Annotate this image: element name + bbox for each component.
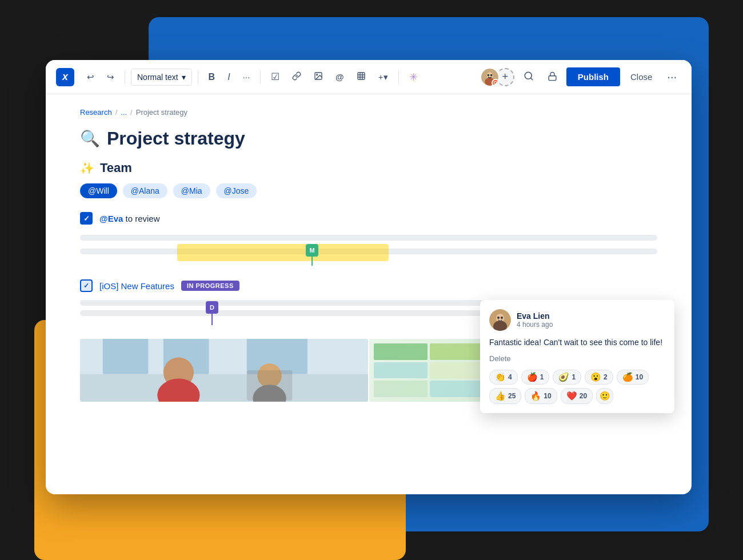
- team-section-label: Team: [100, 161, 132, 175]
- insert-icon: +▾: [378, 72, 388, 82]
- svg-rect-2: [358, 73, 365, 79]
- page-title: 🔍 Project strategy: [80, 128, 657, 149]
- ios-task-link[interactable]: [iOS] New Features: [99, 281, 174, 291]
- sticky-note-2: [430, 343, 484, 360]
- divider-2: [198, 70, 198, 84]
- member-will[interactable]: @Will: [80, 183, 117, 198]
- page-title-text[interactable]: Project strategy: [107, 128, 245, 149]
- reaction-surprised[interactable]: 😮 2: [585, 370, 613, 385]
- close-button[interactable]: Close: [625, 69, 658, 85]
- logo[interactable]: x: [56, 68, 74, 86]
- heart-emoji: ❤️: [566, 391, 577, 401]
- comment-user-avatar: [489, 309, 511, 331]
- breadcrumb: Research / ... / Project strategy: [80, 108, 657, 117]
- table-button[interactable]: [352, 68, 370, 86]
- more-options-button[interactable]: ···: [662, 68, 681, 86]
- sticky-note-6: [374, 362, 428, 379]
- text-style-dropdown[interactable]: Normal text ▾: [131, 69, 192, 86]
- link-button[interactable]: [287, 68, 306, 86]
- svg-rect-17: [103, 339, 149, 374]
- member-mia[interactable]: @Mia: [173, 183, 210, 198]
- clap-emoji: 👏: [495, 372, 506, 382]
- timeline-bg-row1: [80, 235, 657, 241]
- reaction-orange[interactable]: 🍊 10: [617, 370, 649, 385]
- clap-count: 4: [508, 373, 512, 381]
- undo-button[interactable]: ↩: [82, 69, 99, 86]
- task-checkbox-1[interactable]: [80, 212, 93, 225]
- task-suffix: to review: [123, 214, 159, 223]
- italic-icon: I: [227, 72, 230, 82]
- surprised-emoji: 😮: [590, 372, 601, 382]
- ios-task-checkbox[interactable]: [80, 279, 93, 292]
- comment-author-name: Eva Lien: [517, 311, 553, 321]
- add-reaction-button[interactable]: 🙂: [596, 388, 613, 404]
- fire-count: 10: [544, 392, 551, 400]
- add-reaction-icon: 🙂: [600, 391, 610, 401]
- team-heading: ✨ Team: [80, 161, 657, 175]
- more-options-icon: ···: [667, 70, 677, 83]
- svg-point-1: [317, 74, 318, 75]
- reaction-thumbsup[interactable]: 👍 25: [489, 388, 521, 404]
- task-mention-eva[interactable]: @Eva: [99, 214, 123, 223]
- task-row-1: @Eva to review: [80, 212, 657, 225]
- checkbox-button[interactable]: ☑: [266, 67, 284, 86]
- ai-sparkle-icon: ✳: [409, 71, 418, 83]
- sticky-note-12: [430, 381, 484, 397]
- svg-rect-24: [247, 370, 293, 401]
- sticky-note-1: [374, 343, 428, 360]
- mention-button[interactable]: @: [331, 69, 349, 85]
- more-format-icon: ···: [243, 72, 250, 82]
- user-avatar[interactable]: G: [480, 67, 500, 87]
- search-button[interactable]: [519, 67, 538, 86]
- insert-button[interactable]: +▾: [374, 69, 393, 86]
- fire-emoji: 🔥: [530, 391, 541, 401]
- breadcrumb-sep1: /: [115, 108, 118, 117]
- italic-button[interactable]: I: [223, 69, 234, 86]
- bold-icon: B: [209, 72, 215, 82]
- reaction-clap[interactable]: 👏 4: [489, 370, 518, 385]
- text-style-label: Normal text: [137, 73, 178, 82]
- breadcrumb-ellipsis[interactable]: ...: [121, 108, 127, 117]
- reaction-apple[interactable]: 🍎 1: [521, 370, 550, 385]
- redo-button[interactable]: ↪: [102, 69, 119, 86]
- checkbox-icon: ☑: [271, 71, 279, 83]
- image-button[interactable]: [309, 68, 327, 86]
- divider-3: [260, 70, 261, 84]
- breadcrumb-root[interactable]: Research: [80, 108, 112, 117]
- comment-delete-button[interactable]: Delete: [489, 354, 665, 363]
- member-jose[interactable]: @Jose: [216, 183, 257, 198]
- confluence-logo[interactable]: x: [56, 68, 74, 86]
- thumbsup-count: 25: [508, 392, 516, 400]
- reaction-fire[interactable]: 🔥 10: [525, 388, 557, 404]
- chevron-down-icon: ▾: [182, 73, 186, 82]
- comment-timestamp: 4 hours ago: [517, 321, 553, 329]
- sticky-note-7: [430, 362, 484, 379]
- timeline-highlight: [177, 244, 389, 261]
- reaction-avocado[interactable]: 🥑 1: [553, 370, 581, 385]
- reactions-row: 👏 4 🍎 1 🥑 1 😮 2 🍊 10: [489, 370, 665, 404]
- sticky-note-11: [374, 381, 428, 397]
- avocado-count: 1: [572, 373, 576, 381]
- editor-content: Research / ... / Project strategy 🔍 Proj…: [46, 94, 692, 494]
- avocado-emoji: 🥑: [558, 372, 569, 382]
- svg-point-10: [487, 74, 489, 76]
- page-title-icon: 🔍: [80, 129, 100, 148]
- sparkle-icon: ✨: [80, 161, 94, 175]
- svg-point-11: [490, 74, 493, 76]
- editor-window: x ↩ ↪ Normal text ▾ B I ··· ☑: [46, 60, 692, 494]
- divider-4: [398, 70, 399, 84]
- timeline-marker-d: D: [206, 301, 218, 314]
- svg-rect-14: [549, 75, 556, 80]
- bold-button[interactable]: B: [204, 69, 220, 86]
- apple-emoji: 🍎: [527, 372, 538, 382]
- orange-emoji: 🍊: [622, 372, 633, 382]
- lock-button[interactable]: [543, 68, 562, 86]
- more-format-button[interactable]: ···: [238, 69, 255, 85]
- reaction-heart[interactable]: ❤️ 20: [561, 388, 593, 404]
- member-alana[interactable]: @Alana: [123, 183, 167, 198]
- publish-button[interactable]: Publish: [566, 67, 620, 86]
- breadcrumb-sep2: /: [130, 108, 133, 117]
- ai-button[interactable]: ✳: [405, 67, 422, 87]
- office-image-left: [80, 339, 368, 402]
- apple-count: 1: [540, 373, 544, 381]
